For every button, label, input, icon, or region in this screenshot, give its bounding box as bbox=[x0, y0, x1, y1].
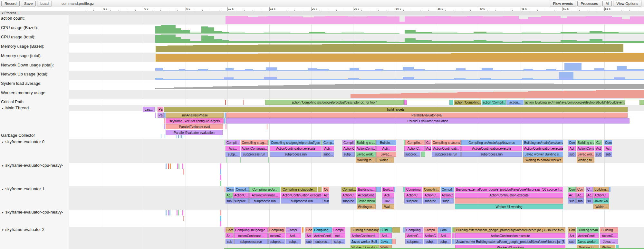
skyframe-evaluator-0-slice[interactable]: subp... bbox=[342, 152, 355, 157]
skyframe-evaluator-cpu-heavy-0-slice[interactable] bbox=[166, 164, 167, 169]
critical-path-slice[interactable] bbox=[639, 100, 644, 105]
collapse-arrow-icon[interactable]: ▾ bbox=[2, 164, 4, 167]
main-thread-slice[interactable]: runAnalysisPhase bbox=[166, 113, 224, 118]
track-header-skyframe-evaluator-cpu-heavy-[interactable]: ▾skyframe-evaluator-cpu-heavy- bbox=[2, 163, 63, 168]
time-ruler[interactable]: -5 s0 s5 s10 s15 s20 s25 s30 s35 s40 s45… bbox=[0, 7, 644, 11]
skyframe-evaluator-cpu-heavy-0-slice[interactable] bbox=[177, 164, 178, 169]
skyframe-evaluator-1-slice[interactable]: Javac wo... bbox=[593, 198, 609, 204]
skyframe-evaluator-0-slice[interactable]: subp... bbox=[226, 152, 240, 157]
skyframe-evaluator-cpu-heavy-1-slice[interactable] bbox=[220, 210, 221, 215]
metadata-button[interactable]: M bbox=[602, 1, 612, 6]
skyframe-evaluator-0-slice[interactable]: Act bbox=[595, 146, 602, 151]
skyframe-evaluator-2-slice[interactable]: Acti... bbox=[380, 233, 392, 238]
skyframe-evaluator-2-slice[interactable]: Acti... bbox=[438, 233, 451, 238]
skyframe-evaluator-2-slice[interactable]: Javac worker Building external/com_googl… bbox=[455, 239, 565, 244]
skyframe-evaluator-cpu-heavy-0-slice[interactable] bbox=[178, 164, 179, 169]
skyframe-evaluator-2-slice[interactable] bbox=[403, 227, 405, 233]
track-header-skyframe-evaluator-cpu-heavy-[interactable]: ▾skyframe-evaluator-cpu-heavy- bbox=[2, 210, 63, 214]
skyframe-evaluator-0-slice[interactable]: Act bbox=[604, 146, 612, 151]
skyframe-evaluator-1-slice[interactable]: ActionC... bbox=[233, 193, 249, 198]
skyframe-evaluator-2-slice[interactable]: Com bbox=[305, 227, 312, 233]
skyframe-evaluator-2-slice[interactable]: subproc... bbox=[405, 239, 423, 244]
skyframe-evaluator-2-slice[interactable]: Ac... bbox=[226, 233, 234, 238]
skyframe-evaluator-2-slice[interactable]: sub bbox=[305, 239, 312, 244]
skyframe-evaluator-0-slice[interactable]: Com bbox=[568, 140, 576, 145]
skyframe-evaluator-2-slice[interactable]: Compil... bbox=[332, 227, 345, 233]
collapse-arrow-icon[interactable]: ▾ bbox=[2, 107, 4, 110]
skyframe-evaluator-1-slice[interactable]: subprocess.run bbox=[281, 198, 323, 204]
skyframe-evaluator-2-slice[interactable]: subproc... bbox=[313, 239, 332, 244]
skyframe-evaluator-0-slice[interactable]: subprocess.run bbox=[241, 152, 268, 157]
skyframe-evaluator-2-slice[interactable] bbox=[452, 239, 455, 244]
collapse-arrow-icon[interactable]: ▾ bbox=[2, 211, 4, 214]
skyframe-evaluator-1-slice[interactable]: subproc... bbox=[404, 198, 422, 204]
skyframe-evaluator-0-slice[interactable]: Waitin... bbox=[376, 157, 394, 163]
gc-event-tick[interactable] bbox=[161, 134, 161, 138]
skyframe-evaluator-2-slice[interactable]: Compiling src/google... bbox=[234, 227, 268, 233]
skyframe-evaluator-2-slice[interactable]: ActionC... bbox=[424, 233, 437, 238]
main-thread-slice[interactable]: Par bbox=[158, 107, 163, 112]
skyframe-evaluator-0-slice[interactable] bbox=[421, 152, 425, 157]
skyframe-evaluator-2-slice[interactable]: Com bbox=[226, 227, 234, 233]
skyframe-evaluator-1-slice[interactable]: Acti... bbox=[382, 193, 394, 198]
skyframe-evaluator-2-slice[interactable]: ActionContinuati... bbox=[351, 233, 379, 238]
skyframe-evaluator-cpu-heavy-1-slice[interactable] bbox=[169, 210, 170, 215]
skyframe-evaluator-2-slice[interactable]: ActionContinuation.execute bbox=[455, 233, 565, 238]
skyframe-evaluator-0-slice[interactable]: ActionContinuation.execute bbox=[523, 146, 563, 151]
skyframe-evaluator-0-slice[interactable]: subprocess.run bbox=[432, 152, 461, 157]
skyframe-evaluator-0-slice[interactable]: ActionConti... bbox=[577, 146, 594, 151]
skyframe-evaluator-2-slice[interactable]: subprocess.run bbox=[234, 239, 268, 244]
main-thread-slice[interactable]: ParallelEvaluator.eval bbox=[226, 113, 628, 118]
main-thread-slice[interactable] bbox=[155, 113, 156, 118]
skyframe-evaluator-0-slice[interactable]: Co bbox=[425, 140, 431, 145]
skyframe-evaluator-0-slice[interactable]: sub bbox=[604, 152, 612, 157]
main-thread-slice[interactable]: Parallel Evaluator evaluation bbox=[226, 118, 630, 124]
clipped-bottom-slice[interactable] bbox=[224, 248, 644, 249]
skyframe-evaluator-0-slice[interactable]: ActionC... bbox=[404, 146, 425, 151]
main-thread-slice[interactable] bbox=[164, 118, 165, 124]
gc-event-tick[interactable] bbox=[165, 134, 165, 138]
collapse-arrow-icon[interactable]: ▾ bbox=[2, 188, 4, 191]
skyframe-evaluator-1-slice[interactable]: Compil... bbox=[235, 187, 249, 192]
skyframe-evaluator-0-slice[interactable]: Javac work... bbox=[356, 152, 376, 157]
skyframe-evaluator-0-slice[interactable] bbox=[268, 140, 269, 145]
skyframe-evaluator-1-slice[interactable]: ActionConti... bbox=[357, 193, 376, 198]
skyframe-evaluator-1-slice[interactable]: Ac... bbox=[576, 193, 584, 198]
skyframe-evaluator-1-slice[interactable]: Compili... bbox=[341, 187, 356, 192]
skyframe-evaluator-1-slice[interactable]: Building... bbox=[593, 187, 609, 192]
skyframe-evaluator-2-slice[interactable]: Compiling ... bbox=[313, 227, 332, 233]
skyframe-evaluator-cpu-heavy-1-slice[interactable] bbox=[166, 210, 167, 215]
main-thread-slice[interactable] bbox=[164, 124, 165, 129]
skyframe-evaluator-0-slice[interactable]: Compiling src/google/protobuf/generat... bbox=[270, 140, 321, 145]
skyframe-evaluator-0-slice[interactable]: Building src... bbox=[356, 140, 376, 145]
skyframe-evaluator-0-slice[interactable]: ActionContinuation.execute bbox=[461, 146, 522, 151]
skyframe-evaluator-0-slice[interactable]: Com bbox=[604, 140, 612, 145]
collapse-arrow-icon[interactable]: ▾ bbox=[2, 228, 4, 232]
skyframe-evaluator-1-slice[interactable]: sub bbox=[568, 198, 576, 204]
skyframe-evaluator-0-slice[interactable]: Acti... bbox=[322, 146, 334, 151]
skyframe-evaluator-1-slice[interactable] bbox=[403, 187, 405, 192]
skyframe-evaluator-cpu-heavy-1-slice[interactable] bbox=[177, 210, 178, 215]
main-thread-slice[interactable] bbox=[267, 124, 267, 129]
skyframe-evaluator-0-slice[interactable]: Compiling src/main/cpp/blaze.cc bbox=[461, 140, 522, 145]
skyframe-evaluator-0-slice[interactable]: ActionContinuation.execute bbox=[270, 146, 322, 151]
skyframe-evaluator-cpu-heavy-0-slice[interactable] bbox=[220, 169, 221, 174]
skyframe-evaluator-1-slice[interactable]: ActionC... bbox=[593, 193, 609, 198]
skyframe-evaluator-1-slice[interactable] bbox=[394, 187, 395, 192]
skyframe-evaluator-cpu-heavy-0-slice[interactable] bbox=[182, 164, 183, 169]
skyframe-evaluator-1-slice[interactable]: Act bbox=[323, 193, 329, 198]
skyframe-evaluator-2-slice[interactable]: subp... bbox=[424, 239, 437, 244]
skyframe-evaluator-0-slice[interactable]: Javac wor... bbox=[577, 152, 594, 157]
skyframe-evaluator-2-slice[interactable]: sub bbox=[568, 239, 576, 244]
skyframe-evaluator-2-slice[interactable] bbox=[302, 227, 303, 233]
skyframe-evaluator-1-slice[interactable]: ActionContinuation.execute bbox=[455, 193, 563, 198]
skyframe-evaluator-1-slice[interactable]: subprocess.run bbox=[249, 198, 280, 204]
skyframe-evaluator-2-slice[interactable]: subproc... bbox=[268, 239, 285, 244]
critical-path-slice[interactable] bbox=[404, 100, 407, 105]
skyframe-evaluator-1-slice[interactable]: Co bbox=[323, 187, 329, 192]
skyframe-evaluator-1-slice[interactable]: Jav... bbox=[382, 198, 394, 204]
skyframe-evaluator-2-slice[interactable]: Com bbox=[568, 227, 576, 233]
skyframe-evaluator-2-slice[interactable]: Act bbox=[305, 233, 312, 238]
skyframe-evaluator-2-slice[interactable]: Buildi... bbox=[380, 227, 392, 233]
skyframe-evaluator-0-slice[interactable]: Compil... bbox=[226, 140, 240, 145]
